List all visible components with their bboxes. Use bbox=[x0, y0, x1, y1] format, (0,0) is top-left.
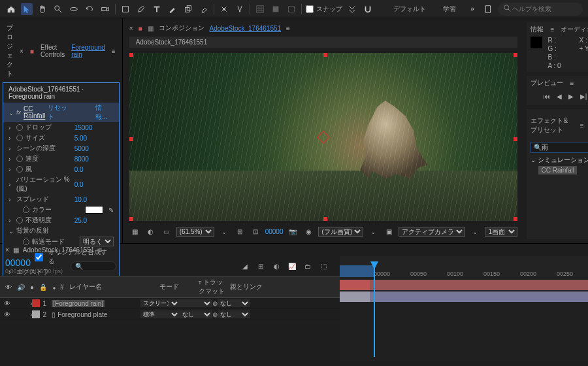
render-icon[interactable]: ◐ bbox=[145, 225, 157, 237]
work-area[interactable] bbox=[340, 265, 374, 277]
orbit-tool-icon[interactable] bbox=[68, 3, 80, 15]
camera-select[interactable]: アクティブカメラ bbox=[399, 227, 465, 237]
caret-icon[interactable]: › bbox=[8, 145, 14, 152]
eye-column-icon[interactable]: 👁 bbox=[3, 284, 14, 291]
stopwatch-icon[interactable] bbox=[23, 207, 29, 213]
parent-select[interactable]: なし bbox=[218, 310, 250, 318]
transform-handle[interactable] bbox=[514, 137, 517, 141]
timeline-track-area[interactable]: 00000 00050 00100 00150 00200 00250 0030… bbox=[340, 256, 588, 361]
camera-tool-icon[interactable] bbox=[99, 3, 111, 15]
quality-select[interactable]: (フル画質) bbox=[318, 227, 363, 237]
stopwatch-icon[interactable] bbox=[16, 135, 23, 141]
caret-icon[interactable]: › bbox=[8, 135, 14, 142]
col-trkmat[interactable]: トラックマット bbox=[199, 278, 225, 295]
caret-icon[interactable]: › bbox=[8, 156, 14, 163]
snap-toggle[interactable]: スナップ bbox=[306, 5, 342, 14]
view-icon[interactable]: ▣ bbox=[383, 225, 395, 237]
tab-preview[interactable]: プレビュー bbox=[531, 78, 563, 88]
help-search-input[interactable] bbox=[512, 5, 578, 12]
brush-tool-icon[interactable] bbox=[167, 3, 178, 15]
category-simulation[interactable]: ⌄ シミュレーション bbox=[531, 156, 588, 165]
timeline-tab[interactable]: AdobeStock_176461551 bbox=[23, 246, 95, 254]
chevron-down-icon[interactable]: ⌄ bbox=[469, 225, 481, 237]
lock-icon[interactable]: ■ bbox=[139, 25, 142, 32]
composition-viewport[interactable] bbox=[129, 53, 518, 221]
comp-link[interactable]: AdobeStock_176461551 bbox=[210, 25, 282, 32]
chevron-down-icon[interactable]: ⌄ bbox=[367, 225, 379, 237]
stopwatch-icon[interactable] bbox=[16, 124, 23, 131]
shy-icon[interactable]: ◢ bbox=[239, 261, 251, 271]
solo-column-icon[interactable]: ● bbox=[27, 284, 37, 291]
tab-audio[interactable]: オーディオ bbox=[561, 25, 588, 34]
caret-icon[interactable]: ⌄ bbox=[8, 227, 14, 235]
visibility-toggle[interactable]: 👁 bbox=[3, 300, 12, 307]
zoom-select[interactable]: (61.5%) bbox=[176, 227, 214, 237]
snap-checkbox[interactable] bbox=[306, 5, 314, 13]
transform-handle[interactable] bbox=[129, 53, 133, 57]
motion-blur-icon[interactable]: ◐ bbox=[270, 261, 282, 271]
panel-menu-icon[interactable]: ≡ bbox=[112, 48, 116, 55]
playhead[interactable] bbox=[374, 265, 375, 357]
mesh-icon[interactable] bbox=[254, 3, 266, 15]
comp-tab[interactable]: AdobeStock_176461551 bbox=[129, 37, 518, 48]
param-size-value[interactable]: 5.00 bbox=[74, 135, 114, 142]
transform-handle[interactable] bbox=[323, 217, 327, 221]
preset-cc-rainfall[interactable]: CC Rainfall bbox=[538, 166, 577, 175]
trkmat-select[interactable]: なし bbox=[180, 310, 212, 318]
rect-tool-icon[interactable] bbox=[120, 3, 131, 15]
reset-link[interactable]: リセット bbox=[48, 103, 73, 122]
layer-search[interactable]: 🔍 bbox=[71, 261, 116, 271]
col-layer[interactable]: レイヤー名 bbox=[67, 282, 157, 291]
param-variation-value[interactable]: 0.0 bbox=[74, 181, 114, 188]
pen-tool-icon[interactable] bbox=[135, 3, 147, 15]
snap-opts-icon[interactable] bbox=[346, 3, 358, 15]
tab-effect-controls[interactable]: Effect Controls bbox=[41, 44, 65, 58]
graph-icon[interactable]: 📈 bbox=[286, 261, 298, 271]
alpha-icon[interactable]: ▦ bbox=[129, 225, 141, 237]
play-icon[interactable]: ▶ bbox=[568, 93, 574, 100]
mask-icon[interactable]: ▭ bbox=[161, 225, 172, 237]
puppet-tool-icon[interactable] bbox=[234, 3, 246, 15]
param-spread-value[interactable]: 10.0 bbox=[74, 196, 114, 203]
workspace-overflow-icon[interactable]: » bbox=[466, 3, 478, 15]
transform-handle[interactable] bbox=[514, 217, 517, 221]
clone-tool-icon[interactable] bbox=[182, 3, 194, 15]
views-select[interactable]: 1画面 bbox=[485, 227, 517, 237]
pickwhip-icon[interactable]: ⊚ bbox=[212, 300, 218, 307]
transform-handle[interactable] bbox=[323, 53, 327, 57]
layer-name[interactable]: Foreground plate bbox=[57, 311, 107, 318]
stopwatch-icon[interactable] bbox=[16, 217, 23, 224]
panel-menu-icon[interactable]: ≡ bbox=[580, 122, 584, 129]
chevron-down-icon[interactable]: ⌄ bbox=[218, 225, 230, 237]
close-icon[interactable]: × bbox=[129, 25, 133, 32]
audio-column-icon[interactable]: 🔊 bbox=[14, 284, 27, 291]
param-opacity-value[interactable]: 25.0 bbox=[74, 217, 114, 224]
layer-color[interactable] bbox=[32, 299, 40, 307]
layer-bar[interactable] bbox=[340, 280, 588, 290]
draft3d-icon[interactable]: 🗀 bbox=[302, 261, 314, 271]
stopwatch-icon[interactable] bbox=[16, 156, 23, 162]
layer-bar[interactable] bbox=[340, 291, 588, 302]
effect-controls-link[interactable]: Foreground rain bbox=[71, 44, 105, 58]
param-depth-value[interactable]: 5000 bbox=[74, 145, 114, 152]
layer-row[interactable]: 👁 › 2 ▯ Foreground plate 標準 なし ⊚ なし bbox=[0, 309, 340, 320]
snapshot-icon[interactable]: 📷 bbox=[287, 225, 299, 237]
zoom-tool-icon[interactable] bbox=[52, 3, 64, 15]
col-mode[interactable]: モード bbox=[157, 282, 196, 291]
param-speed-value[interactable]: 8000 bbox=[74, 156, 114, 163]
layer-row[interactable]: 👁 › 1 [Foreground rain] スクリーン ⊚ なし bbox=[0, 298, 340, 309]
eraser-tool-icon[interactable] bbox=[198, 3, 210, 15]
frame-blend-icon[interactable]: ⊞ bbox=[255, 261, 267, 271]
effects-search-input[interactable] bbox=[542, 144, 588, 151]
info-link[interactable]: 情報... bbox=[95, 103, 114, 122]
home-icon[interactable] bbox=[5, 3, 17, 15]
selection-tool-icon[interactable] bbox=[21, 3, 33, 15]
magnet-icon[interactable] bbox=[362, 3, 374, 15]
transform-handle[interactable] bbox=[514, 53, 517, 57]
caret-down-icon[interactable]: ⌄ bbox=[8, 109, 14, 116]
transfer-mode-select[interactable]: 明るく bbox=[80, 237, 114, 246]
pickwhip-icon[interactable]: ⊚ bbox=[212, 311, 218, 318]
hand-tool-icon[interactable] bbox=[37, 3, 48, 15]
layer-name[interactable]: [Foreground rain] bbox=[52, 300, 105, 307]
caret-icon[interactable]: › bbox=[8, 181, 14, 188]
